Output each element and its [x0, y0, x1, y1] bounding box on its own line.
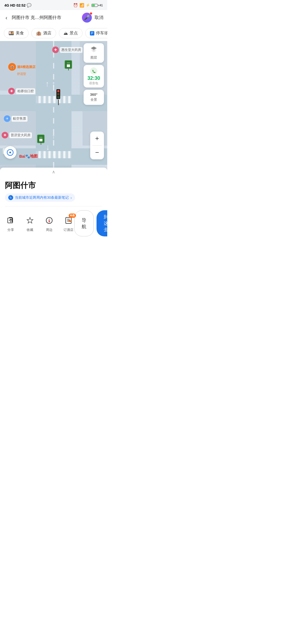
poi-icon-hotel1: 🏨	[8, 63, 16, 71]
zoom-in-button[interactable]: +	[90, 132, 104, 145]
poi-icon-dental: ✚	[8, 88, 15, 94]
layer-button[interactable]: 图层	[84, 43, 104, 63]
crosswalk-2	[36, 151, 72, 158]
share-action[interactable]: 分享	[5, 215, 16, 232]
poi-label-hotel1: 速8精选酒店	[17, 65, 35, 69]
road-sign-1: ══██	[65, 60, 72, 69]
nearby-action[interactable]: 周边	[43, 215, 55, 232]
time-text: 02:52	[16, 3, 26, 7]
svg-point-3	[90, 67, 97, 75]
road-arrow-down: ↓	[46, 143, 50, 152]
parking-icon: P	[90, 31, 94, 36]
share-icon	[7, 217, 14, 224]
nearby-label: 周边	[46, 228, 53, 232]
tl-yellow	[57, 93, 59, 95]
road-arrow-up-1: ↑	[52, 80, 56, 88]
star-icon	[26, 217, 34, 224]
food-icon: 🍱	[9, 31, 14, 36]
battery-text: 41	[100, 4, 103, 7]
zoom-out-button[interactable]: −	[90, 146, 104, 159]
baidu-b: Bai	[19, 154, 25, 159]
scenic-icon: ⛰	[64, 31, 68, 36]
mic-button[interactable]: 🎤	[82, 13, 92, 23]
road-sign-2-text: ══██	[39, 136, 42, 142]
place-note[interactable]: ↻ 当前城市近两周内有30条最新笔记 ›	[5, 193, 75, 202]
poi-pharmacy2[interactable]: ✚ 普济堂大药房	[2, 132, 32, 138]
note-text: 当前城市近两周内有30条最新笔记	[15, 195, 69, 200]
nearby-icon-wrap	[43, 215, 55, 226]
poi-icon-pharmacy1: ✚	[52, 47, 59, 53]
status-left: 4G HD 02:52 💬	[4, 3, 31, 7]
alarm-icon: ⏰	[73, 3, 78, 7]
collect-icon-wrap	[24, 215, 36, 226]
action-items: 分享 收藏 周边	[5, 215, 74, 232]
tl-box	[56, 89, 60, 99]
signal-text: 4G HD	[4, 3, 15, 7]
back-button[interactable]: ‹	[4, 14, 9, 21]
cancel-button[interactable]: 取消	[95, 15, 103, 21]
call-icon-wrap	[87, 67, 100, 75]
svg-rect-14	[69, 220, 71, 222]
poi-hotel1[interactable]: 🏨 速8精选酒店 舒适型	[8, 63, 35, 76]
map-controls-right: 图层 32:30 语音包 360° 全景	[84, 43, 104, 105]
tl-pole	[58, 100, 59, 105]
svg-marker-0	[91, 47, 97, 50]
zoom-controls: + −	[90, 132, 104, 159]
navigate-button[interactable]: 导航	[74, 210, 94, 236]
location-icon	[7, 149, 13, 156]
call-time: 32:30	[87, 75, 100, 81]
poi-label-pharmacy2: 普济堂大药房	[9, 132, 32, 138]
hotel-book-action[interactable]: 特惠 订酒店	[63, 215, 74, 232]
baidu-paw: 🐾	[25, 154, 30, 159]
cat-tab-scenic[interactable]: ⛰ 景点	[59, 28, 82, 38]
cat-tab-parking[interactable]: P 停车场	[85, 28, 107, 38]
mic-icon: 🎤	[84, 15, 90, 21]
poi-icon-aviation: ✈	[4, 115, 10, 122]
poi-dental[interactable]: ✚ 柏赛佳口腔	[8, 88, 35, 94]
poi-hotel1-sub: 舒适型	[17, 72, 26, 76]
collect-action[interactable]: 收藏	[24, 215, 36, 232]
hotel-icon: 🏨	[36, 31, 42, 36]
poi-pharmacy1[interactable]: ✚ 惠生堂大药房	[52, 47, 82, 53]
hotel-book-label: 订酒店	[64, 228, 73, 232]
layer-icon	[87, 46, 100, 55]
share-label: 分享	[7, 228, 14, 232]
battery: 41	[92, 4, 103, 7]
location-dot	[9, 152, 11, 153]
badge-tag: 特惠	[69, 214, 76, 218]
collapse-arrow-icon: ∧	[52, 169, 55, 174]
cat-tab-hotel[interactable]: 🏨 酒店	[31, 28, 56, 38]
tl-green	[57, 96, 59, 98]
panorama-button[interactable]: 360° 全景	[84, 90, 104, 105]
compass-icon	[46, 217, 53, 224]
location-button[interactable]	[4, 146, 16, 159]
book-icon	[65, 217, 72, 224]
poi-aviation[interactable]: ✈ 航空售票	[4, 115, 28, 122]
panorama-angle: 360°	[87, 92, 100, 97]
note-arrow: ›	[70, 196, 72, 200]
food-label: 美食	[16, 31, 24, 36]
collapse-handle[interactable]: ∧	[0, 168, 107, 176]
scenic-label: 景点	[70, 31, 78, 36]
goto-button[interactable]: 到这去	[97, 210, 107, 236]
call-button[interactable]: 32:30 语音包	[84, 65, 104, 88]
action-buttons: 导航 到这去	[74, 210, 107, 236]
battery-body	[92, 4, 98, 7]
map-container[interactable]: ↑ ↑ ↑ ↓ ══██ ══██ ✚ 惠生堂大药房 🏨 速8精选酒店 舒适型 …	[0, 41, 107, 176]
search-text[interactable]: 阿图什市 克…州阿图什市	[12, 15, 79, 21]
layer-label: 图层	[87, 55, 100, 60]
panorama-label: 全景	[87, 97, 100, 102]
svg-marker-9	[48, 220, 50, 223]
action-row: 分享 收藏 周边	[5, 206, 102, 241]
poi-label-dental: 柏赛佳口腔	[16, 88, 35, 94]
hotel-book-icon-wrap: 特惠	[63, 215, 74, 226]
svg-marker-8	[48, 218, 50, 220]
tl-red	[57, 90, 59, 92]
crosswalk-1	[36, 96, 72, 103]
road-sign-text: ══██	[67, 62, 70, 67]
bottom-panel: 阿图什市 ↻ 当前城市近两周内有30条最新笔记 › 分享	[0, 176, 107, 241]
collect-label: 收藏	[27, 228, 33, 232]
poi-hotel1-inner: 🏨 速8精选酒店	[8, 63, 35, 71]
wifi-icon: 📶	[79, 3, 84, 7]
cat-tab-food[interactable]: 🍱 美食	[4, 28, 29, 38]
